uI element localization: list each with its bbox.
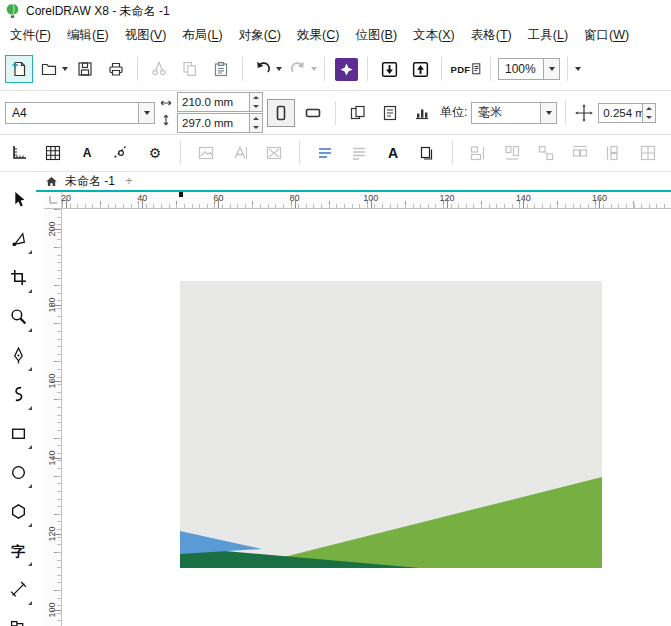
ellipse-tool[interactable] <box>0 453 36 492</box>
connector-tool[interactable] <box>0 609 36 626</box>
all-pages-button[interactable] <box>344 99 372 127</box>
bitmap-button-disabled[interactable] <box>193 140 219 166</box>
font-list-button[interactable]: A <box>74 140 100 166</box>
toolbar-separator <box>324 57 325 81</box>
copy-button-disabled[interactable] <box>176 55 204 83</box>
height-step-down-button[interactable] <box>250 123 262 132</box>
align-button-disabled-2[interactable] <box>499 140 525 166</box>
current-page-button[interactable] <box>376 99 404 127</box>
menu-item[interactable]: 效果(C) <box>289 23 347 48</box>
width-step-down-button[interactable] <box>250 102 262 111</box>
paragraph-button-disabled[interactable] <box>346 140 372 166</box>
text-tool[interactable]: 字 <box>0 531 36 570</box>
guidelines-button[interactable] <box>108 140 134 166</box>
show-grid-button[interactable] <box>40 140 66 166</box>
vertical-ruler[interactable]: 200180160140120100 <box>44 209 62 626</box>
undo-dropdown-caret-icon[interactable] <box>276 67 282 71</box>
units-label: 单位: <box>440 104 467 121</box>
standard-toolbar: PDF 100% <box>0 48 671 91</box>
align-button-disabled-3[interactable] <box>533 140 559 166</box>
height-step-up-button[interactable] <box>250 114 262 123</box>
glyphs-button[interactable] <box>414 140 440 166</box>
menu-item[interactable]: 位图(B) <box>347 23 405 48</box>
artistic-media-tool[interactable] <box>0 375 36 414</box>
page-numbers-button[interactable] <box>408 99 436 127</box>
toolbar-separator <box>335 101 336 125</box>
units-dropdown-button[interactable] <box>540 103 556 123</box>
freehand-tool[interactable] <box>0 336 36 375</box>
menu-item[interactable]: 窗口(W) <box>576 23 637 48</box>
toolbar-separator <box>452 141 453 165</box>
publish-pdf-button[interactable]: PDF <box>449 55 483 83</box>
redo-dropdown-caret-icon[interactable] <box>311 67 317 71</box>
menu-item[interactable]: 文本(X) <box>405 23 463 48</box>
character-formatting-button[interactable]: A <box>380 140 406 166</box>
page-size-dropdown-button[interactable] <box>138 103 154 123</box>
home-icon[interactable] <box>45 175 58 188</box>
export-button[interactable] <box>406 55 434 83</box>
polygon-tool[interactable] <box>0 492 36 531</box>
align-button-disabled-5[interactable] <box>601 140 627 166</box>
options-gear-button[interactable]: ⚙ <box>142 140 168 166</box>
undo-button[interactable] <box>250 56 282 82</box>
document-tab[interactable]: 未命名 -1 <box>65 173 115 190</box>
drawing-canvas[interactable] <box>62 209 671 626</box>
portrait-button[interactable] <box>267 99 295 127</box>
application-launcher-button[interactable] <box>332 55 360 83</box>
landscape-button[interactable] <box>299 99 327 127</box>
units-combo[interactable]: 毫米 <box>471 102 557 124</box>
page-height-input[interactable]: 297.0 mm <box>177 113 263 133</box>
secondary-toolbar: A ⚙ A <box>0 135 671 172</box>
menu-item[interactable]: 表格(T) <box>463 23 520 48</box>
parallel-dimension-tool[interactable] <box>0 570 36 609</box>
nudge-offset-input[interactable]: 0.254 m <box>598 103 656 123</box>
flyout-arrow-icon <box>28 484 32 488</box>
zoom-level-combo[interactable]: 100% <box>498 58 560 80</box>
redo-button-disabled[interactable] <box>285 56 317 82</box>
image-crossed-button-disabled[interactable] <box>261 140 287 166</box>
menu-item[interactable]: 视图(V) <box>117 23 175 48</box>
toolbar-separator <box>567 57 568 81</box>
cut-button-disabled[interactable] <box>145 55 173 83</box>
pick-tool[interactable] <box>0 180 36 219</box>
menu-item[interactable]: 文件(F) <box>2 23 59 48</box>
menu-item[interactable]: 对象(C) <box>231 23 289 48</box>
zoom-level-value: 100% <box>499 62 543 76</box>
edit-text-button-disabled[interactable] <box>227 140 253 166</box>
print-button[interactable] <box>102 55 130 83</box>
toolbar-separator <box>299 141 300 165</box>
new-document-button[interactable] <box>5 55 33 83</box>
zoom-dropdown-button[interactable] <box>543 59 559 79</box>
menu-item[interactable]: 编辑(E) <box>59 23 117 48</box>
paste-button[interactable] <box>207 55 235 83</box>
open-document-button[interactable] <box>36 56 68 82</box>
property-bar: A4 210.0 mm 297.0 mm <box>0 91 671 135</box>
save-button[interactable] <box>71 55 99 83</box>
shape-tool[interactable] <box>0 219 36 258</box>
crop-tool[interactable] <box>0 258 36 297</box>
page-width-input[interactable]: 210.0 mm <box>177 92 263 112</box>
nudge-step-down-button[interactable] <box>643 113 655 122</box>
align-button-disabled-6[interactable] <box>635 140 661 166</box>
toolbar-overflow-caret-icon[interactable] <box>575 67 581 71</box>
horizontal-ruler[interactable]: 20406080100120140160 <box>62 192 671 209</box>
menu-item[interactable]: 布局(L) <box>174 23 230 48</box>
gear-icon: ⚙ <box>149 146 162 160</box>
rectangle-tool[interactable] <box>0 414 36 453</box>
add-tab-button[interactable]: + <box>122 174 136 188</box>
zoom-tool[interactable] <box>0 297 36 336</box>
nudge-step-up-button[interactable] <box>643 104 655 113</box>
align-button-disabled-1[interactable] <box>465 140 491 166</box>
flyout-arrow-icon <box>28 250 32 254</box>
width-step-up-button[interactable] <box>250 93 262 102</box>
show-rulers-button[interactable] <box>6 140 32 166</box>
flyout-arrow-icon <box>28 562 32 566</box>
page-size-combo[interactable]: A4 <box>5 102 155 124</box>
text-lines-button[interactable] <box>312 140 338 166</box>
toolbar-separator <box>180 141 181 165</box>
align-button-disabled-4[interactable] <box>567 140 593 166</box>
import-button[interactable] <box>375 55 403 83</box>
title-bar: CorelDRAW X8 - 未命名 -1 <box>0 0 671 22</box>
menu-item[interactable]: 工具(L) <box>520 23 576 48</box>
open-dropdown-caret-icon[interactable] <box>62 67 68 71</box>
